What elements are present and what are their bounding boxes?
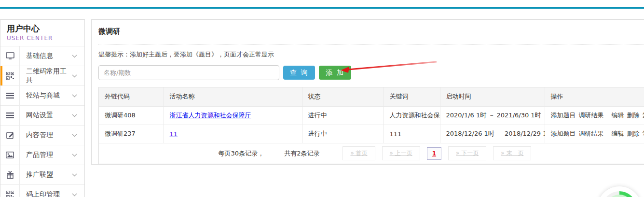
survey-result-link[interactable]: 调研结果	[579, 130, 604, 137]
copy-link[interactable]: 复制	[643, 112, 644, 119]
cell-keyword: 人力资源和社会保障	[384, 106, 440, 125]
last-page-button[interactable]: » 末 页	[493, 146, 531, 160]
sidebar-item-site-settings[interactable]: 网站设置	[0, 106, 84, 126]
chevron-down-icon	[72, 46, 84, 66]
list-icon	[0, 86, 20, 105]
main-panel: 微调研 温馨提示：添加好主题后，要添加《题目》，页面才会正常显示 查 询 添 加…	[91, 19, 644, 165]
cell-code: 微调研237	[99, 125, 164, 143]
search-row: 查 询 添 加	[98, 65, 644, 80]
table-header-row: 外链代码 活动名称 状态 关键词 启动时间 操作	[99, 87, 644, 106]
list-icon	[0, 106, 20, 125]
current-page-button[interactable]: 1	[427, 147, 441, 160]
sidebar-subtitle: USER CENTER	[7, 35, 84, 42]
add-question-link[interactable]: 添加题目	[551, 112, 576, 119]
sidebar-item-label: 推广联盟	[20, 165, 72, 184]
table-row: 微调研408 浙江省人力资源和社会保障厅 进行中 人力资源和社会保障 2020/…	[99, 106, 644, 125]
sidebar-header: 用户中心 USER CENTER	[0, 20, 84, 46]
cell-time: 2020/1/6 1时 － 2021/6/30 1时	[440, 106, 545, 125]
chevron-down-icon	[72, 86, 84, 105]
sidebar-item-light-site-mall[interactable]: 轻站与商城	[0, 86, 84, 106]
edit-icon	[0, 126, 20, 145]
sidebar-item-label: 内容管理	[20, 126, 72, 145]
sidebar-item-content-mgmt[interactable]: 内容管理	[0, 126, 84, 145]
cell-actions: 添加题目调研结果编辑删除复制	[545, 106, 644, 125]
prev-page-button[interactable]: » 上一页	[382, 146, 420, 160]
sidebar-item-label: 码上印管理	[20, 185, 72, 197]
green-ring	[602, 191, 637, 197]
sidebar-item-label: 产品管理	[20, 145, 72, 165]
chevron-down-icon	[72, 145, 84, 165]
qrcode-icon	[0, 185, 20, 197]
next-page-button[interactable]: » 下一页	[448, 146, 486, 160]
sidebar-item-basic-info[interactable]: 基础信息	[0, 46, 84, 66]
cell-status: 进行中	[302, 106, 384, 125]
survey-table: 外链代码 活动名称 状态 关键词 启动时间 操作 微调研408 浙江省人力资源和…	[98, 87, 644, 164]
sidebar-item-label: 二维码常用工具	[20, 66, 72, 85]
sidebar-item-qrcode-tools[interactable]: 二维码常用工具	[0, 66, 84, 86]
top-accent-bar	[0, 7, 644, 9]
gift-icon	[0, 165, 20, 184]
per-page-text: 每页30条记录，	[219, 149, 264, 158]
cell-status: 进行中	[302, 125, 384, 143]
chevron-down-icon	[72, 66, 84, 85]
page-title: 微调研	[98, 20, 644, 44]
col-header-keyword: 关键词	[384, 87, 440, 106]
survey-result-link[interactable]: 调研结果	[579, 112, 604, 119]
sidebar: 用户中心 USER CENTER 基础信息 二维码常用工具 轻站与商城	[0, 19, 85, 197]
query-button[interactable]: 查 询	[283, 66, 315, 80]
chevron-down-icon	[72, 126, 84, 145]
col-header-time: 启动时间	[440, 87, 545, 106]
edit-link[interactable]: 编辑	[612, 112, 624, 119]
first-page-button[interactable]: » 首页	[343, 146, 375, 160]
col-header-actions: 操作	[545, 87, 644, 106]
sidebar-item-label: 轻站与商城	[20, 86, 72, 105]
sidebar-item-mashangyin-mgmt[interactable]: 码上印管理	[0, 185, 84, 197]
cell-code: 微调研408	[99, 106, 164, 125]
qrcode-icon	[0, 66, 20, 85]
cell-time: 2018/12/26 1时 － 2018/12/29 1时	[440, 125, 545, 143]
activity-name-link[interactable]: 11	[170, 130, 178, 138]
sidebar-item-label: 基础信息	[20, 46, 72, 66]
activity-name-link[interactable]: 浙江省人力资源和社会保障厅	[170, 112, 251, 119]
total-records-text: 共有2条记录	[284, 149, 319, 158]
col-header-code: 外链代码	[99, 87, 164, 106]
sidebar-item-affiliate[interactable]: 推广联盟	[0, 165, 84, 185]
chevron-down-icon	[72, 106, 84, 125]
image-icon	[0, 145, 20, 165]
chevron-down-icon	[72, 185, 84, 197]
dotted-divider	[98, 44, 644, 44]
chevron-down-icon	[72, 165, 84, 184]
col-header-status: 状态	[302, 87, 384, 106]
sidebar-item-label: 网站设置	[20, 106, 72, 125]
tip-text: 温馨提示：添加好主题后，要添加《题目》，页面才会正常显示	[98, 50, 644, 59]
sidebar-item-product-mgmt[interactable]: 产品管理	[0, 145, 84, 165]
floating-service-widget[interactable]	[597, 186, 642, 197]
cell-keyword: 111	[384, 125, 440, 143]
search-input[interactable]	[98, 65, 279, 80]
col-header-name: 活动名称	[164, 87, 302, 106]
monitor-icon	[0, 46, 20, 66]
sidebar-title: 用户中心	[7, 23, 84, 34]
add-question-link[interactable]: 添加题目	[551, 130, 576, 137]
cell-actions: 添加题目调研结果编辑删除复制	[545, 125, 644, 143]
table-row: 微调研237 11 进行中 111 2018/12/26 1时 － 2018/1…	[99, 125, 644, 143]
delete-link[interactable]: 删除	[627, 112, 640, 119]
pagination: 每页30条记录， 共有2条记录 » 首页 » 上一页 1 » 下一页 » 末 页	[99, 143, 644, 164]
add-button[interactable]: 添 加	[319, 66, 351, 80]
green-core	[605, 195, 633, 197]
copy-link[interactable]: 复制	[643, 130, 644, 137]
delete-link[interactable]: 删除	[627, 130, 640, 137]
edit-link[interactable]: 编辑	[612, 130, 624, 137]
